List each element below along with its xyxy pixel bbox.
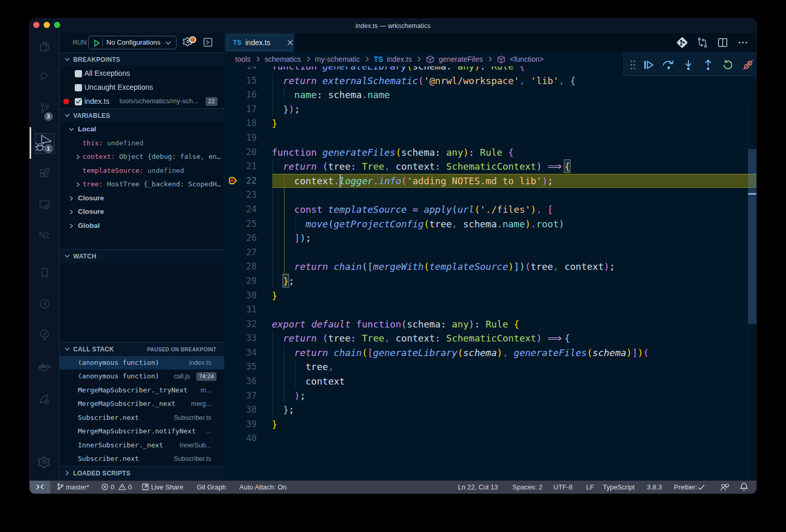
status-indentation[interactable]: Spaces: 2	[512, 481, 543, 494]
activity-bar-item-docker[interactable]	[30, 355, 60, 380]
launch-configuration-dropdown[interactable]: No Configurations	[88, 36, 177, 49]
section-header-watch[interactable]: WATCH	[60, 249, 224, 263]
status-live-share[interactable]: Live Share	[142, 481, 183, 494]
variables-scope-row[interactable]: Global	[60, 219, 224, 233]
code-token: .	[373, 175, 379, 186]
breakpoint-row[interactable]: Uncaught Exceptions	[60, 80, 224, 94]
code-token: schema	[401, 147, 435, 158]
line-number: 31	[224, 303, 257, 317]
status-encoding[interactable]: UTF-8	[553, 481, 573, 494]
activity-bar-item-explorer[interactable]	[30, 34, 60, 59]
editor-action-split-editor[interactable]	[715, 33, 730, 52]
debug-disconnect-button[interactable]	[739, 53, 757, 76]
status-prettier[interactable]: Prettier:	[674, 481, 707, 494]
activity-bar-item-search[interactable]	[30, 64, 60, 89]
call-stack-frame[interactable]: MergeMapSubscriber.notifyNext...	[60, 425, 224, 439]
call-stack-frame[interactable]: (anonymous function)index.ts	[60, 356, 224, 370]
call-stack-frame[interactable]: MergeMapSubscriber._nextmerg...	[60, 397, 224, 411]
paused-breakpoint-icon[interactable]	[228, 176, 237, 185]
debug-step-out-button[interactable]	[699, 53, 717, 76]
code-token: ;	[294, 104, 300, 115]
code-token: ;	[609, 261, 615, 272]
call-stack-frame[interactable]: Subscriber.nextSubscriber.ts	[60, 452, 224, 466]
variable-row[interactable]: templateSource: undefined	[60, 164, 224, 178]
activity-bar-item-remote-explorer[interactable]	[30, 192, 60, 217]
checkbox-unchecked[interactable]	[75, 70, 82, 77]
configuration-label: No Configurations	[106, 36, 160, 49]
call-stack-frame[interactable]: MergeMapSubscriber._tryNextm...	[60, 384, 224, 398]
breadcrumb-item[interactable]: schematics	[265, 52, 301, 66]
variables-scope-row[interactable]: Local	[60, 122, 224, 137]
editor-action-more-actions[interactable]	[736, 33, 750, 52]
section-header-variables[interactable]: VARIABLES	[60, 108, 224, 122]
code-token	[317, 161, 322, 172]
activity-bar-item-source-control[interactable]: 3	[30, 96, 60, 120]
code-token: (	[525, 261, 531, 272]
status-ts-version[interactable]: 3.8.3	[647, 481, 662, 494]
code-editor[interactable]: 14function generateLibrary(schema: any):…	[224, 66, 756, 481]
editor-action-open-changes[interactable]	[695, 33, 710, 52]
tab-label: index.ts	[246, 33, 270, 52]
section-header-loaded-scripts[interactable]: LOADED SCRIPTS	[60, 466, 224, 480]
remote-indicator[interactable]	[30, 481, 50, 494]
status-problems[interactable]: 0 0	[101, 481, 132, 494]
tab-index-ts[interactable]: TS index.ts	[225, 33, 294, 52]
activity-bar-item-live-share[interactable]	[30, 387, 60, 412]
code-token: ⟹	[548, 159, 559, 174]
variable-row[interactable]: this: undefined	[60, 137, 224, 151]
breadcrumb-item[interactable]: my-schematic	[315, 52, 360, 66]
vertical-scrollbar[interactable]	[748, 149, 756, 324]
code-token: return	[283, 333, 317, 344]
line-number: 14	[224, 66, 257, 74]
status-auto-attach[interactable]: Auto Attach: On	[239, 481, 287, 494]
section-header-call-stack[interactable]: CALL STACKPAUSED ON BREAKPOINT	[60, 342, 224, 356]
breakpoint-row[interactable]: index.tstools/schematics/my-sch...22	[60, 94, 224, 108]
checkbox-checked[interactable]	[75, 98, 82, 105]
activity-bar-item-extensions[interactable]	[30, 161, 60, 186]
status-cursor-position[interactable]: Ln 22, Col 13	[458, 481, 498, 494]
editor-action-git-graph-view[interactable]	[675, 33, 689, 52]
variables-scope-row[interactable]: Closure	[60, 192, 224, 206]
activity-bar-item-test-explorer[interactable]	[30, 322, 60, 347]
section-header-breakpoints[interactable]: BREAKPOINTS	[60, 52, 224, 66]
code-token: generateFiles	[322, 147, 396, 158]
debug-continue-button[interactable]	[639, 53, 658, 76]
start-debugging-icon[interactable]	[93, 39, 101, 47]
status-notifications[interactable]	[740, 481, 748, 494]
status-git-graph[interactable]: Git Graph	[197, 481, 226, 494]
code-token	[503, 147, 508, 158]
variable-row[interactable]: tree: HostTree {_backend: ScopedH…	[60, 178, 224, 192]
title-bar[interactable]: index.ts — wrkschematics	[30, 19, 756, 33]
breadcrumb-item[interactable]: <function>	[510, 52, 544, 66]
call-stack-frame[interactable]: Subscriber.nextSubscriber.ts	[60, 411, 224, 425]
activity-bar-item-run-and-debug[interactable]: 1	[30, 131, 60, 156]
breadcrumb-item[interactable]: tools	[235, 52, 251, 66]
call-stack-frame[interactable]: InnerSubscriber._nextInnerSub...	[60, 439, 224, 453]
activity-bar-item-manage[interactable]	[30, 449, 60, 474]
status-language[interactable]: TypeScript	[603, 481, 634, 494]
breadcrumb-item[interactable]: index.ts	[387, 52, 412, 66]
code-token: root	[536, 219, 559, 229]
status-branch[interactable]: master*	[57, 481, 89, 494]
variables-scope-row[interactable]: Closure	[60, 205, 224, 219]
code-token: .	[531, 219, 536, 229]
variable-row[interactable]: context: Object {debug: false, en…	[60, 150, 224, 164]
debug-step-over-button[interactable]	[659, 53, 677, 76]
activity-bar-item-bookmarks[interactable]	[30, 261, 60, 285]
line-content: function generateFiles(schema: any): Rul…	[272, 145, 514, 160]
debug-step-into-button[interactable]	[679, 53, 698, 76]
status-feedback[interactable]	[720, 481, 729, 494]
code-token: templateSource	[328, 204, 407, 215]
breakpoint-row[interactable]: All Exceptions	[60, 66, 224, 80]
call-stack-frame[interactable]: (anonymous function)call.js74:24	[60, 370, 224, 384]
status-eol[interactable]: LF	[586, 481, 594, 494]
checkbox-unchecked[interactable]	[75, 84, 82, 91]
breadcrumb-item[interactable]: generateFiles	[439, 52, 483, 66]
code-token	[457, 219, 463, 229]
activity-bar-item-nx-console[interactable]	[30, 222, 60, 247]
close-tab-icon[interactable]	[287, 39, 293, 46]
status-label: master*	[66, 483, 89, 491]
debug-restart-button[interactable]	[719, 53, 737, 76]
debug-console-icon[interactable]	[204, 38, 212, 47]
activity-bar-item-code-time[interactable]	[30, 291, 60, 316]
